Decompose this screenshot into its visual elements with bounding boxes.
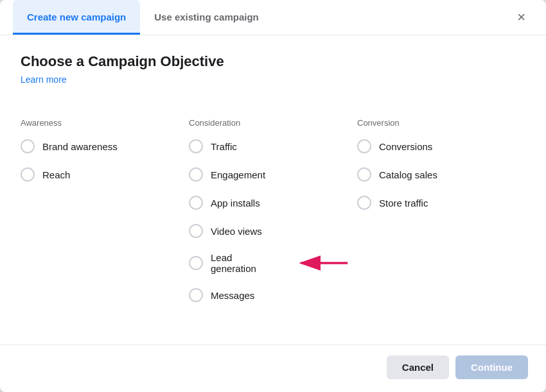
- option-label: Lead generation: [211, 252, 278, 274]
- option-item[interactable]: Lead generation: [189, 252, 351, 274]
- option-label: Catalog sales: [379, 169, 437, 180]
- option-label: Store traffic: [379, 198, 428, 209]
- modal-header: Create new campaign Use existing campaig…: [0, 0, 546, 35]
- option-item[interactable]: Brand awareness: [21, 139, 182, 153]
- continue-button[interactable]: Continue: [455, 355, 528, 379]
- option-item[interactable]: Catalog sales: [357, 167, 519, 182]
- column-awareness: AwarenessBrand awarenessReach: [21, 118, 189, 316]
- lead-gen-arrow-icon: [295, 252, 351, 274]
- column-consideration: ConsiderationTrafficEngagementApp instal…: [189, 118, 357, 316]
- page-title: Choose a Campaign Objective: [21, 53, 525, 70]
- option-item[interactable]: Conversions: [357, 139, 519, 153]
- tab-create-campaign[interactable]: Create new campaign: [13, 0, 140, 35]
- option-label: Brand awareness: [42, 141, 118, 152]
- radio-button[interactable]: [189, 167, 203, 182]
- modal-footer: Cancel Continue: [0, 345, 546, 392]
- radio-button[interactable]: [189, 256, 203, 270]
- option-label: Traffic: [211, 141, 237, 152]
- option-item[interactable]: Reach: [21, 167, 182, 182]
- option-label: Reach: [42, 169, 70, 180]
- cancel-button[interactable]: Cancel: [387, 355, 449, 379]
- radio-button[interactable]: [189, 196, 203, 210]
- radio-button[interactable]: [21, 139, 35, 153]
- tab-existing-campaign[interactable]: Use existing campaign: [140, 0, 273, 35]
- option-item[interactable]: Video views: [189, 224, 351, 238]
- radio-button[interactable]: [357, 167, 371, 182]
- option-label: Video views: [211, 226, 262, 237]
- objective-columns: AwarenessBrand awarenessReachConsiderati…: [21, 118, 525, 316]
- column-conversion: ConversionConversionsCatalog salesStore …: [357, 118, 525, 316]
- option-item[interactable]: App installs: [189, 196, 351, 210]
- option-label: App installs: [211, 198, 260, 209]
- option-item[interactable]: Messages: [189, 288, 351, 302]
- option-label: Conversions: [379, 141, 432, 152]
- radio-button[interactable]: [189, 224, 203, 238]
- radio-button[interactable]: [21, 167, 35, 182]
- option-item[interactable]: Traffic: [189, 139, 351, 153]
- learn-more-link[interactable]: Learn more: [21, 74, 67, 85]
- radio-button[interactable]: [357, 139, 371, 153]
- campaign-modal: Create new campaign Use existing campaig…: [0, 0, 546, 392]
- option-label: Engagement: [211, 169, 265, 180]
- radio-button[interactable]: [189, 288, 203, 302]
- option-item[interactable]: Store traffic: [357, 196, 519, 210]
- modal-body: Choose a Campaign Objective Learn more A…: [0, 35, 546, 345]
- radio-button[interactable]: [357, 196, 371, 210]
- column-header-1: Consideration: [189, 118, 351, 128]
- column-header-2: Conversion: [357, 118, 519, 128]
- option-item[interactable]: Engagement: [189, 167, 351, 182]
- option-label: Messages: [211, 290, 254, 301]
- radio-button[interactable]: [189, 139, 203, 153]
- column-header-0: Awareness: [21, 118, 182, 128]
- close-button[interactable]: ×: [509, 5, 533, 30]
